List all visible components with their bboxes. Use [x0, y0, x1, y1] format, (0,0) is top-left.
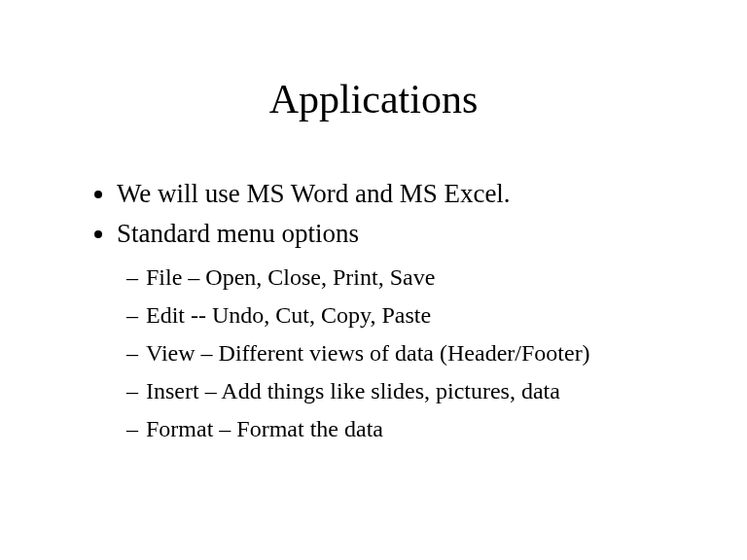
sub-bullet-item: Edit -- Undo, Cut, Copy, Paste: [146, 297, 689, 334]
sub-bullet-item: Insert – Add things like slides, picture…: [146, 372, 689, 410]
sub-bullet-item: Format – Format the data: [146, 410, 689, 448]
sub-bullet-item: View – Different views of data (Header/F…: [146, 334, 689, 372]
slide-body: We will use MS Word and MS Excel. Standa…: [89, 175, 689, 448]
bullet-list: We will use MS Word and MS Excel. Standa…: [89, 175, 689, 448]
bullet-text: Standard menu options: [117, 219, 359, 248]
slide: Applications We will use MS Word and MS …: [0, 76, 747, 560]
bullet-item: Standard menu options File – Open, Close…: [117, 215, 689, 448]
sub-bullet-list: File – Open, Close, Print, Save Edit -- …: [117, 259, 689, 447]
slide-title: Applications: [0, 76, 747, 122]
sub-bullet-item: File – Open, Close, Print, Save: [146, 259, 689, 297]
bullet-item: We will use MS Word and MS Excel.: [117, 175, 689, 213]
